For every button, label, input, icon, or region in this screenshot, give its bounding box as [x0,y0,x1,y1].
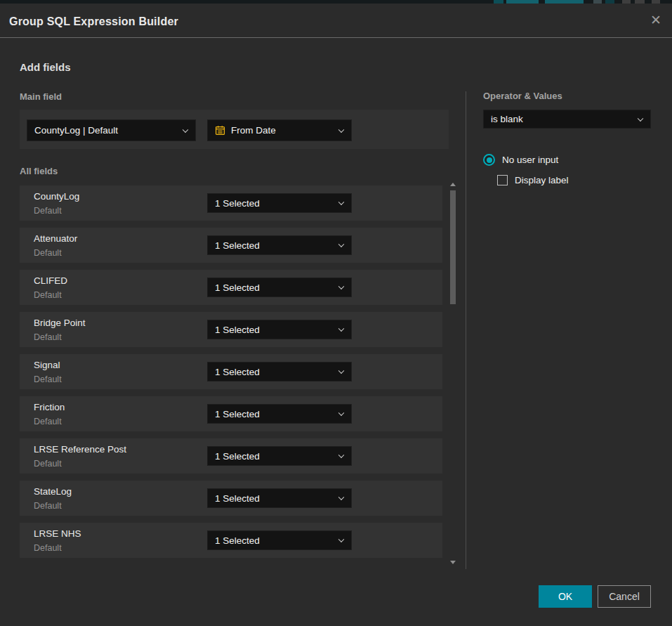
no-user-input-option[interactable]: No user input [483,154,558,166]
chevron-down-icon [338,410,344,416]
field-subtitle: Default [34,290,62,300]
display-label-text: Display label [515,175,569,185]
operator-select[interactable]: is blank [483,110,651,129]
ok-button[interactable]: OK [539,585,592,608]
display-label-checkbox[interactable] [497,175,508,185]
field-subtitle: Default [34,248,62,258]
field-selected-dropdown[interactable]: 1 Selected [207,278,352,297]
field-name: Signal [34,360,60,370]
field-selected-value: 1 Selected [215,451,260,462]
field-selected-value: 1 Selected [215,409,260,419]
field-name: StateLog [34,486,72,497]
scrollbar-down-arrow[interactable] [450,561,456,564]
screen: Group SQL Expression Builder ✕ Add field… [0,0,672,626]
chevron-down-icon [338,495,344,500]
main-field-select[interactable]: CountyLog | Default [27,119,196,141]
field-row: CLIFED Default 1 Selected [20,270,442,305]
chevron-down-icon [338,126,344,132]
field-row: Attenuator Default 1 Selected [20,228,442,263]
chevron-down-icon [638,115,643,121]
field-subtitle: Default [34,374,62,384]
all-fields-label: All fields [20,166,58,176]
field-subtitle: Default [34,332,62,342]
field-selected-value: 1 Selected [215,198,260,209]
field-name: LRSE Reference Post [34,444,126,455]
chevron-down-icon [338,537,344,542]
field-subtitle: Default [34,459,62,469]
field-name: CLIFED [34,275,67,286]
field-selected-value: 1 Selected [215,535,260,546]
field-selected-dropdown[interactable]: 1 Selected [207,193,352,213]
field-row: Signal Default 1 Selected [20,354,442,389]
field-name: Attenuator [34,233,77,244]
field-selected-value: 1 Selected [215,282,260,293]
field-row: LRSE NHS Default 1 Selected [20,523,442,558]
field-name: Friction [34,402,65,412]
scrollbar-thumb[interactable] [450,190,456,304]
chevron-down-icon [338,368,344,374]
field-selected-value: 1 Selected [215,367,260,377]
chevron-down-icon [183,126,188,132]
field-selected-value: 1 Selected [215,493,260,504]
cancel-button[interactable]: Cancel [598,585,651,608]
field-row: Bridge Point Default 1 Selected [20,312,442,347]
calendar-icon [215,125,225,136]
field-name: CountyLog [34,191,79,202]
display-label-option[interactable]: Display label [497,175,569,185]
field-selected-dropdown[interactable]: 1 Selected [207,446,352,466]
main-attribute-select[interactable]: From Date [207,119,352,141]
field-selected-value: 1 Selected [215,325,260,335]
field-selected-value: 1 Selected [215,240,260,251]
close-icon[interactable]: ✕ [645,10,666,31]
panel-divider [466,91,466,569]
field-name: LRSE NHS [34,528,81,539]
field-subtitle: Default [34,417,62,426]
main-field-label: Main field [20,91,62,102]
operator-select-value: is blank [491,114,523,124]
scrollbar-up-arrow[interactable] [450,183,456,186]
field-selected-dropdown[interactable]: 1 Selected [207,404,352,424]
field-subtitle: Default [34,206,62,216]
chevron-down-icon [338,284,344,289]
field-selected-dropdown[interactable]: 1 Selected [207,362,352,382]
chevron-down-icon [338,326,344,332]
field-row: LRSE Reference Post Default 1 Selected [20,438,442,474]
all-fields-list: CountyLog Default 1 Selected Attenuator … [20,185,442,558]
field-row: CountyLog Default 1 Selected [20,185,442,221]
add-fields-heading: Add fields [20,61,71,73]
field-selected-dropdown[interactable]: 1 Selected [207,320,352,339]
field-row: Friction Default 1 Selected [20,396,442,431]
chevron-down-icon [338,242,344,247]
operator-values-label: Operator & Values [483,91,562,101]
field-subtitle: Default [34,501,62,511]
main-attribute-select-value: From Date [231,125,276,136]
dialog-title: Group SQL Expression Builder [9,15,178,28]
field-name: Bridge Point [34,318,86,328]
no-user-input-radio[interactable] [483,154,495,166]
chevron-down-icon [338,452,344,458]
field-selected-dropdown[interactable]: 1 Selected [207,488,352,508]
chevron-down-icon [338,200,344,205]
field-selected-dropdown[interactable]: 1 Selected [207,530,352,550]
field-subtitle: Default [34,543,62,553]
no-user-input-label: No user input [502,155,558,165]
field-selected-dropdown[interactable]: 1 Selected [207,235,352,255]
field-row: StateLog Default 1 Selected [20,481,442,516]
main-field-select-value: CountyLog | Default [34,125,118,136]
